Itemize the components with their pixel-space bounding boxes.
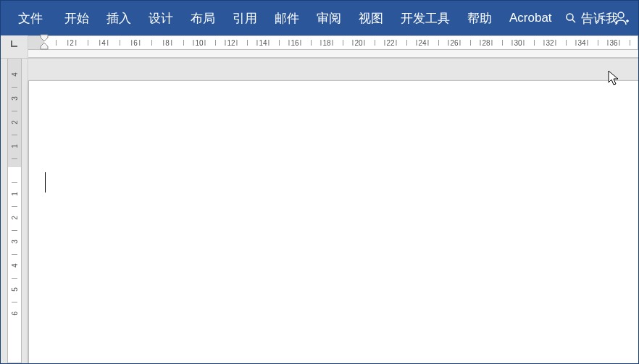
v-ruler-tick: 6 [11, 306, 19, 321]
h-ruler-minor-tick [311, 40, 312, 46]
share-account-button[interactable] [608, 1, 635, 35]
ribbon-tab-strip: 文件 开始 插入 设计 布局 引用 邮件 审阅 视图 开发工具 帮助 Acrob… [1, 1, 638, 35]
h-ruler-tick: 12 [225, 35, 237, 50]
tab-stop-icon [9, 38, 20, 48]
tab-mailings[interactable]: 邮件 [266, 1, 308, 35]
tab-developer[interactable]: 开发工具 [392, 1, 459, 35]
h-ruler-minor-tick [56, 40, 57, 46]
v-ruler-tick: 4 [11, 67, 19, 82]
indent-markers[interactable] [40, 34, 49, 51]
v-ruler-minor-tick [12, 254, 17, 255]
h-ruler-minor-tick [470, 40, 471, 46]
h-ruler-tick: 36 [607, 35, 619, 50]
svg-line-1 [572, 20, 575, 22]
tab-layout[interactable]: 布局 [182, 1, 224, 35]
h-ruler-minor-tick [375, 40, 375, 46]
h-ruler-tick: 14 [256, 35, 269, 50]
v-ruler-minor-tick [12, 302, 17, 302]
h-ruler-tick: 8 [163, 35, 172, 50]
h-ruler-tick: 32 [543, 35, 556, 50]
v-ruler-tick: 3 [11, 91, 19, 106]
h-ruler-minor-tick [502, 40, 503, 46]
workspace: 4321123456 [1, 59, 638, 363]
svg-marker-5 [41, 35, 48, 41]
v-ruler-minor-tick [12, 111, 17, 111]
h-ruler-tick: 30 [511, 35, 524, 50]
horizontal-ruler[interactable]: 24681012141618202224262830323436 [28, 35, 638, 58]
h-ruler-tick: 28 [480, 35, 492, 50]
h-ruler-minor-tick [630, 40, 630, 46]
h-ruler-tick: 24 [416, 35, 428, 50]
h-ruler-tick: 6 [131, 35, 140, 50]
h-ruler-tick: 10 [193, 35, 205, 50]
h-ruler-minor-tick [88, 40, 88, 46]
v-ruler-tick: 2 [11, 115, 19, 130]
h-ruler-minor-tick [343, 40, 343, 46]
v-ruler-minor-tick [12, 278, 17, 279]
h-ruler-tick: 16 [288, 35, 301, 50]
v-ruler-tick: 1 [11, 187, 19, 201]
h-ruler-minor-tick [151, 40, 152, 46]
search-icon [565, 12, 577, 24]
h-ruler-tick: 26 [448, 35, 460, 50]
v-ruler-minor-tick [12, 182, 17, 183]
v-ruler-minor-tick [12, 158, 17, 159]
tab-selector[interactable] [1, 35, 28, 58]
person-add-icon [614, 10, 630, 26]
h-ruler-minor-tick [534, 40, 535, 46]
svg-point-0 [567, 14, 573, 20]
h-ruler-minor-tick [247, 40, 248, 46]
h-ruler-minor-tick [598, 40, 598, 46]
svg-point-2 [618, 12, 624, 18]
v-ruler-minor-tick [12, 135, 17, 135]
v-ruler-tick: 3 [11, 234, 19, 249]
tab-acrobat[interactable]: Acrobat [501, 1, 561, 35]
svg-marker-6 [41, 43, 48, 49]
v-ruler-minor-tick [12, 230, 17, 231]
h-ruler-tick: 18 [320, 35, 333, 50]
tab-review[interactable]: 审阅 [308, 1, 350, 35]
h-ruler-tick: 4 [99, 35, 108, 50]
horizontal-ruler-row: 24681012141618202224262830323436 [1, 35, 638, 59]
h-ruler-minor-tick [120, 40, 120, 46]
h-ruler-minor-tick [406, 40, 407, 46]
tab-help[interactable]: 帮助 [459, 1, 501, 35]
text-caret [45, 172, 46, 192]
vertical-ruler[interactable]: 4321123456 [1, 59, 28, 363]
v-ruler-tick: 1 [11, 139, 19, 153]
h-ruler-minor-tick [438, 40, 439, 46]
v-ruler-minor-tick [12, 87, 17, 88]
v-ruler-minor-tick [12, 206, 17, 207]
file-tab[interactable]: 文件 [5, 1, 56, 35]
h-ruler-minor-tick [215, 40, 216, 46]
document-page[interactable] [28, 80, 639, 364]
h-ruler-tick: 20 [352, 35, 364, 50]
h-ruler-tick: 22 [384, 35, 396, 50]
h-ruler-minor-tick [279, 40, 280, 46]
v-ruler-tick: 5 [11, 282, 19, 297]
tab-view[interactable]: 视图 [350, 1, 392, 35]
v-ruler-tick: 4 [11, 258, 19, 273]
document-area[interactable] [28, 59, 638, 363]
tab-design[interactable]: 设计 [140, 1, 182, 35]
v-ruler-tick: 2 [11, 211, 19, 225]
tab-insert[interactable]: 插入 [98, 1, 140, 35]
tab-references[interactable]: 引用 [224, 1, 266, 35]
tab-home[interactable]: 开始 [56, 1, 98, 35]
h-ruler-tick: 2 [67, 35, 76, 50]
h-ruler-minor-tick [183, 40, 184, 46]
h-ruler-tick: 34 [575, 35, 588, 50]
h-ruler-minor-tick [566, 40, 567, 46]
